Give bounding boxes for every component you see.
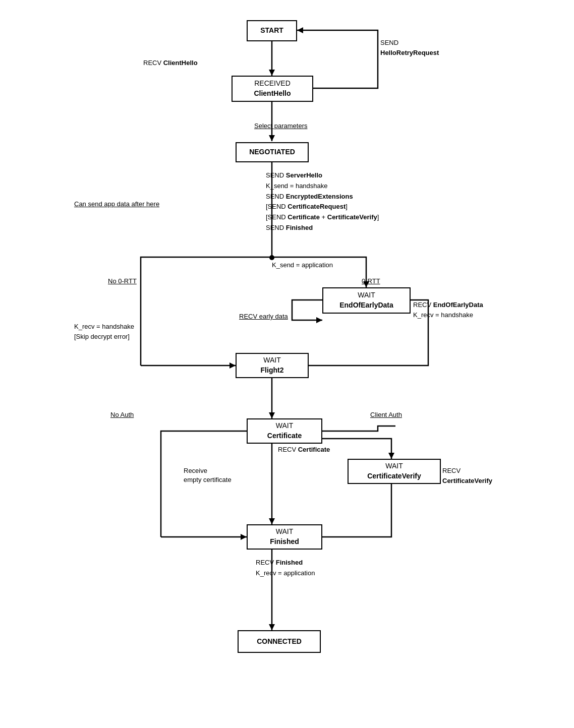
annotation-recv-empty-cert: Receiveempty certificate xyxy=(184,466,232,484)
annotation-k-recv-handshake: K_recv = handshake [Skip decrypt error] xyxy=(74,322,134,341)
svg-marker-5 xyxy=(269,135,275,141)
svg-marker-20 xyxy=(269,518,275,524)
annotation-select-parameters: Select parameters xyxy=(254,121,308,131)
state-wait-flight2-bold: Flight2 xyxy=(261,366,284,376)
svg-marker-16 xyxy=(241,534,247,540)
annotation-client-auth: Client Auth xyxy=(370,410,402,420)
state-wait-eoed-bold: EndOfEarlyData xyxy=(339,300,393,311)
state-wait-finished-top: WAIT xyxy=(276,527,293,537)
svg-marker-17 xyxy=(388,453,394,459)
annotation-recv-certificate: RECV Certificate xyxy=(278,445,330,455)
annotation-no-auth: No Auth xyxy=(110,410,134,420)
svg-marker-10 xyxy=(316,317,322,323)
state-wait-certverify: WAIT CertificateVerify xyxy=(348,459,441,484)
state-diagram: START RECEIVED ClientHello NEGOTIATED WA… xyxy=(60,10,514,716)
svg-marker-13 xyxy=(269,412,275,418)
annotation-recv-eoed: RECV EndOfEarlyData K_recv = handshake xyxy=(413,300,483,320)
state-wait-certverify-top: WAIT xyxy=(385,461,403,471)
state-wait-certificate: WAIT Certificate xyxy=(247,418,322,444)
annotation-0rtt: 0-RTT xyxy=(362,276,380,286)
annotation-k-send-app: K_send = application xyxy=(272,260,333,270)
state-wait-eoed-top: WAIT xyxy=(358,290,375,300)
annotation-no-0rtt: No 0-RTT xyxy=(108,276,137,286)
annotation-can-send-app: Can send app data after here xyxy=(74,199,159,209)
state-wait-finished: WAIT Finished xyxy=(247,524,322,550)
state-wait-cert-bold: Certificate xyxy=(267,431,302,441)
state-received-bold: ClientHello xyxy=(254,89,291,99)
svg-marker-8 xyxy=(229,362,236,369)
annotation-send-block: SEND ServerHello K_send = handshake SEND… xyxy=(266,170,379,233)
state-received-label: RECEIVED xyxy=(254,79,291,89)
annotation-recv-clienthello: RECV ClientHello xyxy=(143,58,198,68)
state-wait-certverify-bold: CertificateVerify xyxy=(367,471,421,481)
state-start: START xyxy=(247,20,297,41)
svg-marker-22 xyxy=(269,624,275,630)
svg-marker-2 xyxy=(297,27,303,33)
state-negotiated: NEGOTIATED xyxy=(236,142,309,162)
state-wait-cert-top: WAIT xyxy=(276,421,293,431)
state-wait-flight2: WAIT Flight2 xyxy=(236,353,309,378)
annotation-recv-early-data: RECV early data xyxy=(239,312,288,322)
state-connected-label: CONNECTED xyxy=(257,637,302,647)
branch-dot xyxy=(269,255,274,260)
state-connected: CONNECTED xyxy=(238,630,321,653)
annotation-recv-finished: RECV Finished K_recv = application xyxy=(256,558,315,579)
state-wait-flight2-top: WAIT xyxy=(263,355,280,366)
svg-marker-1 xyxy=(269,70,275,76)
state-received-clienthello: RECEIVED ClientHello xyxy=(232,76,313,102)
annotation-recv-certverify: RECVCertificateVerify xyxy=(442,466,492,486)
state-start-label: START xyxy=(260,26,283,36)
state-wait-finished-bold: Finished xyxy=(270,537,299,547)
state-wait-eoed: WAIT EndOfEarlyData xyxy=(322,287,411,314)
annotation-send-hello-retry: SENDHelloRetryRequest xyxy=(380,38,439,57)
state-negotiated-label: NEGOTIATED xyxy=(249,147,295,157)
